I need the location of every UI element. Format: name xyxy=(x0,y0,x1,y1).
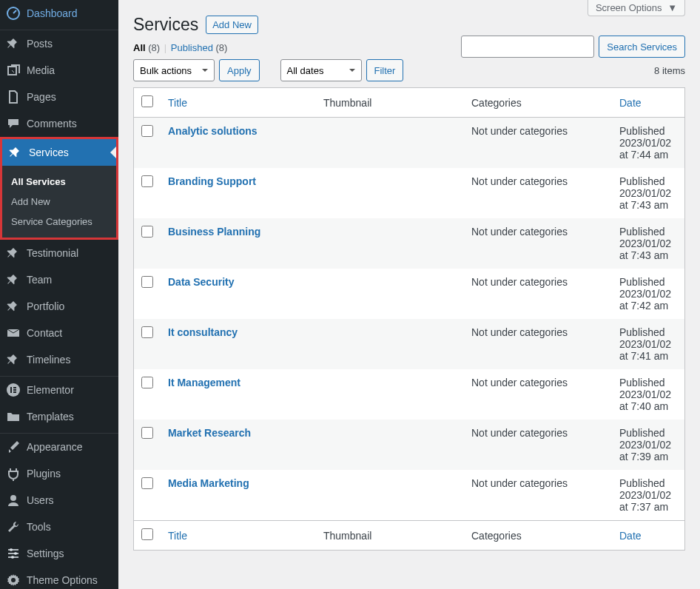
row-categories: Not under categories xyxy=(464,118,612,169)
menu-users[interactable]: Users xyxy=(0,487,118,514)
items-count: 8 items xyxy=(654,65,685,76)
submenu-all-services[interactable]: All Services xyxy=(2,172,116,192)
menu-services[interactable]: Services xyxy=(2,139,116,166)
brush-icon xyxy=(6,440,21,454)
row-title-link[interactable]: It consultancy xyxy=(168,326,238,338)
row-checkbox[interactable] xyxy=(141,276,153,288)
menu-dashboard[interactable]: Dashboard xyxy=(0,0,118,27)
view-all-label: All xyxy=(133,42,146,53)
row-checkbox[interactable] xyxy=(141,477,153,489)
row-date: Published2023/01/02 at 7:39 am xyxy=(612,420,685,470)
menu-label: Services xyxy=(29,147,69,158)
apply-button[interactable]: Apply xyxy=(219,59,260,81)
menu-label: Timelines xyxy=(27,354,70,366)
elementor-icon xyxy=(6,383,21,397)
submenu-add-new[interactable]: Add New xyxy=(2,192,116,212)
menu-comments[interactable]: Comments xyxy=(0,110,118,137)
table-row: Analytic solutionsNot under categoriesPu… xyxy=(134,118,685,169)
add-new-button[interactable]: Add New xyxy=(206,16,258,34)
col-date-sort-bottom[interactable]: Date xyxy=(619,530,642,542)
select-all-checkbox-bottom[interactable] xyxy=(141,528,153,540)
menu-media[interactable]: Media xyxy=(0,57,118,84)
row-checkbox[interactable] xyxy=(141,125,153,137)
menu-label: Users xyxy=(27,494,54,506)
screen-options-button[interactable]: Screen Options ▼ xyxy=(588,0,685,16)
view-all-link[interactable]: All xyxy=(133,42,146,53)
table-row: It ManagementNot under categoriesPublish… xyxy=(134,369,685,420)
row-title-link[interactable]: Business Planning xyxy=(168,226,260,238)
bulk-actions-select[interactable]: Bulk actions xyxy=(133,59,215,81)
submenu-service-categories[interactable]: Service Categories xyxy=(2,212,116,232)
row-checkbox[interactable] xyxy=(141,326,153,338)
row-title-link[interactable]: Media Marketing xyxy=(168,477,249,489)
row-date: Published2023/01/02 at 7:44 am xyxy=(612,118,685,169)
menu-label: Theme Options xyxy=(27,574,98,586)
svg-rect-7 xyxy=(13,391,16,393)
row-thumbnail xyxy=(316,269,464,319)
menu-posts[interactable]: Posts xyxy=(0,30,118,57)
svg-rect-5 xyxy=(13,387,16,388)
row-date: Published2023/01/02 at 7:43 am xyxy=(612,168,685,218)
row-checkbox[interactable] xyxy=(141,377,153,388)
row-thumbnail xyxy=(316,319,464,369)
menu-settings[interactable]: Settings xyxy=(0,540,118,567)
col-thumbnail-bottom: Thumbnail xyxy=(316,521,464,551)
svg-point-9 xyxy=(10,548,13,551)
date-filter-select[interactable]: All dates xyxy=(280,59,362,81)
search-button[interactable]: Search Services xyxy=(599,36,685,58)
menu-elementor[interactable]: Elementor xyxy=(0,377,118,403)
submenu-services: All Services Add New Service Categories xyxy=(2,166,116,238)
row-checkbox[interactable] xyxy=(141,226,153,238)
row-title-link[interactable]: Branding Support xyxy=(168,175,256,187)
menu-theme-options[interactable]: Theme Options xyxy=(0,567,118,589)
table-row: It consultancyNot under categoriesPublis… xyxy=(134,319,685,369)
row-categories: Not under categories xyxy=(464,269,612,319)
svg-rect-4 xyxy=(10,387,12,393)
sliders-icon xyxy=(6,546,21,561)
row-title-link[interactable]: Market Research xyxy=(168,427,251,439)
row-title-link[interactable]: Analytic solutions xyxy=(168,125,258,137)
menu-pages[interactable]: Pages xyxy=(0,84,118,110)
svg-point-12 xyxy=(11,578,16,582)
col-title-sort-bottom[interactable]: Title xyxy=(168,530,187,542)
view-published-link[interactable]: Published xyxy=(171,42,213,53)
services-table: Title Thumbnail Categories Date Analytic… xyxy=(133,87,685,551)
row-checkbox[interactable] xyxy=(141,427,153,439)
filter-button[interactable]: Filter xyxy=(366,59,404,81)
menu-label: Plugins xyxy=(27,468,61,479)
svg-point-11 xyxy=(11,556,14,559)
menu-testimonial[interactable]: Testimonial xyxy=(0,240,118,266)
search-input[interactable] xyxy=(461,36,594,58)
row-categories: Not under categories xyxy=(464,319,612,369)
col-date-sort[interactable]: Date xyxy=(619,97,642,109)
row-categories: Not under categories xyxy=(464,369,612,420)
row-thumbnail xyxy=(316,470,464,521)
menu-timelines[interactable]: Timelines xyxy=(0,346,118,373)
menu-templates[interactable]: Templates xyxy=(0,403,118,430)
menu-plugins[interactable]: Plugins xyxy=(0,460,118,487)
menu-appearance[interactable]: Appearance xyxy=(0,434,118,460)
select-all-checkbox[interactable] xyxy=(141,95,153,107)
row-title-link[interactable]: Data Security xyxy=(168,276,234,288)
col-title-sort[interactable]: Title xyxy=(168,97,187,109)
menu-label: Tools xyxy=(27,521,51,533)
row-date: Published2023/01/02 at 7:41 am xyxy=(612,319,685,369)
menu-tools[interactable]: Tools xyxy=(0,514,118,540)
view-pub-label: Published xyxy=(171,42,213,53)
menu-label: Pages xyxy=(27,91,56,103)
highlight-services-group: Services All Services Add New Service Ca… xyxy=(0,137,118,240)
row-date: Published2023/01/02 at 7:37 am xyxy=(612,470,685,521)
pin-icon xyxy=(6,272,21,287)
menu-contact[interactable]: Contact xyxy=(0,320,118,346)
menu-label: Settings xyxy=(27,548,64,559)
dashboard-icon xyxy=(6,6,21,21)
menu-portfolio[interactable]: Portfolio xyxy=(0,293,118,320)
row-checkbox[interactable] xyxy=(141,175,153,187)
comment-icon xyxy=(6,116,21,131)
menu-team[interactable]: Team xyxy=(0,266,118,293)
row-title-link[interactable]: It Management xyxy=(168,377,240,388)
screen-options-label: Screen Options xyxy=(596,2,662,13)
col-categories-bottom: Categories xyxy=(464,521,612,551)
pin-icon xyxy=(8,145,23,160)
folder-icon xyxy=(6,409,21,424)
